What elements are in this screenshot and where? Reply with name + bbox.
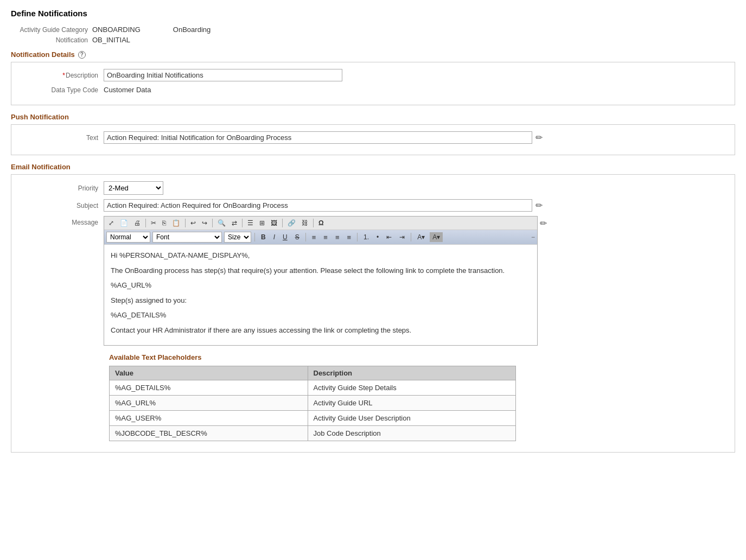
find-btn[interactable]: 🔍 xyxy=(215,218,228,228)
image-btn[interactable]: 🖼 xyxy=(269,218,279,228)
table-row: %AG_USER%Activity Guide User Description xyxy=(110,411,516,426)
notification-details-box: Description Data Type Code Customer Data xyxy=(11,62,735,105)
ordered-list-btn[interactable]: 1. xyxy=(361,232,372,242)
notification-details-help-icon[interactable]: ? xyxy=(78,51,86,59)
placeholder-value: %AG_USER% xyxy=(110,411,308,426)
print-btn[interactable]: 🖨 xyxy=(132,218,143,228)
italic-btn[interactable]: I xyxy=(271,232,278,242)
table-row: %AG_DETAILS%Activity Guide Step Details xyxy=(110,380,516,396)
activity-guide-label: Activity Guide Category xyxy=(16,26,92,34)
placeholder-description: Activity Guide User Description xyxy=(308,411,516,426)
content-line2: The OnBoarding process has step(s) that … xyxy=(111,265,531,276)
undo-btn[interactable]: ↩ xyxy=(188,218,198,228)
toolbar-sep-9 xyxy=(357,233,358,241)
strikethrough-btn[interactable]: S xyxy=(292,232,302,242)
data-type-code-value: Customer Data xyxy=(104,86,151,94)
placeholder-value: %AG_DETAILS% xyxy=(110,380,308,396)
subject-input[interactable] xyxy=(104,199,532,212)
message-row: Message ⤢ 📄 🖨 ✂ ⎘ 📋 ↩ ↪ xyxy=(17,216,729,441)
special-char-btn[interactable]: Ω xyxy=(316,218,326,228)
redo-btn[interactable]: ↪ xyxy=(200,218,209,228)
push-text-label: Text xyxy=(17,134,104,142)
copy-btn[interactable]: ⎘ xyxy=(160,218,168,228)
toolbar-sep-1 xyxy=(145,219,146,227)
notification-details-title: Notification Details xyxy=(11,50,75,59)
align-left-btn[interactable]: ≡ xyxy=(309,232,319,243)
push-notification-box: Text ✏ xyxy=(11,124,735,155)
font-color-btn[interactable]: A▾ xyxy=(415,232,428,242)
subject-wrapper: ✏ xyxy=(104,199,543,212)
push-text-input[interactable] xyxy=(104,131,532,144)
outdent-btn[interactable]: ⇤ xyxy=(384,232,394,242)
replace-btn[interactable]: ⇄ xyxy=(229,218,239,228)
toolbar-sep-7 xyxy=(254,233,255,241)
data-type-code-row: Data Type Code Customer Data xyxy=(17,86,729,94)
unordered-list-btn[interactable]: • xyxy=(374,232,381,242)
push-text-row: Text ✏ xyxy=(17,131,729,144)
description-input[interactable] xyxy=(104,69,342,81)
col-value-header: Value xyxy=(110,366,308,380)
message-right: ⤢ 📄 🖨 ✂ ⎘ 📋 ↩ ↪ 🔍 ⇄ ☰ xyxy=(104,216,547,441)
activity-guide-row: Activity Guide Category ONBOARDING OnBoa… xyxy=(11,26,735,34)
content-line4: Step(s) assigned to you: xyxy=(111,295,531,306)
activity-guide-name: OnBoarding xyxy=(173,26,211,34)
toolbar-sep-6 xyxy=(313,219,314,227)
placeholder-value: %AG_URL% xyxy=(110,396,308,411)
content-line5: %AG_DETAILS% xyxy=(111,310,531,321)
message-editor: ⤢ 📄 🖨 ✂ ⎘ 📋 ↩ ↪ 🔍 ⇄ ☰ xyxy=(104,216,538,346)
paste-btn[interactable]: 📋 xyxy=(170,218,182,228)
content-line1: Hi %PERSONAL_DATA-NAME_DISPLAY%, xyxy=(111,250,531,261)
indent-btn[interactable]: ⇥ xyxy=(397,232,407,242)
push-text-edit-icon[interactable]: ✏ xyxy=(535,132,543,143)
description-label: Description xyxy=(17,72,104,79)
copy-doc-btn[interactable]: 📄 xyxy=(118,218,130,228)
subject-edit-icon[interactable]: ✏ xyxy=(535,200,543,211)
table-btn[interactable]: ⊞ xyxy=(257,218,267,228)
message-edit-icon[interactable]: ✏ xyxy=(540,218,547,228)
list-btn[interactable]: ☰ xyxy=(245,218,256,228)
table-row: %AG_URL%Activity Guide URL xyxy=(110,396,516,411)
unlink-btn[interactable]: ⛓ xyxy=(299,218,310,228)
placeholder-description: Activity Guide Step Details xyxy=(308,380,516,396)
maximize-btn[interactable]: ⤢ xyxy=(106,218,116,228)
editor-toolbar-top: ⤢ 📄 🖨 ✂ ⎘ 📋 ↩ ↪ 🔍 ⇄ ☰ xyxy=(104,217,537,230)
bold-btn[interactable]: B xyxy=(258,232,269,242)
toolbar-sep-3 xyxy=(212,219,213,227)
toolbar-sep-8 xyxy=(305,233,306,241)
description-row: Description xyxy=(17,69,729,81)
notification-row: Notification OB_INITIAL xyxy=(11,36,735,44)
priority-label: Priority xyxy=(17,184,104,192)
style-select[interactable]: Normal Heading 1 Heading 2 xyxy=(106,232,150,243)
cut-btn[interactable]: ✂ xyxy=(149,218,158,228)
content-line6: Contact your HR Administrator if there a… xyxy=(111,325,531,336)
collapse-btn[interactable]: − xyxy=(531,233,535,241)
email-notification-box: Priority 2-Med 1-High 3-Low Subject ✏ Me… xyxy=(11,174,735,453)
priority-row: Priority 2-Med 1-High 3-Low xyxy=(17,181,729,195)
underline-btn[interactable]: U xyxy=(280,232,290,242)
editor-content[interactable]: Hi %PERSONAL_DATA-NAME_DISPLAY%, The OnB… xyxy=(104,245,537,345)
link-btn[interactable]: 🔗 xyxy=(285,218,298,228)
bg-color-btn[interactable]: A▾ xyxy=(430,232,443,242)
placeholder-description: Activity Guide URL xyxy=(308,396,516,411)
content-line3: %AG_URL% xyxy=(111,280,531,291)
message-label: Message xyxy=(17,216,104,226)
placeholders-title: Available Text Placeholders xyxy=(109,353,547,361)
email-notification-title: Email Notification xyxy=(11,163,71,171)
align-justify-btn[interactable]: ≡ xyxy=(344,232,354,243)
editor-toolbar-bottom: Normal Heading 1 Heading 2 Font Arial Ti… xyxy=(104,230,537,245)
notification-label: Notification xyxy=(16,36,92,44)
activity-guide-code: ONBOARDING xyxy=(92,26,141,34)
font-select[interactable]: Font Arial Times New Roman xyxy=(152,232,222,243)
notification-value: OB_INITIAL xyxy=(92,36,130,44)
data-type-code-label: Data Type Code xyxy=(17,86,104,94)
toolbar-sep-10 xyxy=(411,233,411,241)
col-description-header: Description xyxy=(308,366,516,380)
priority-select[interactable]: 2-Med 1-High 3-Low xyxy=(104,181,163,195)
align-right-btn[interactable]: ≡ xyxy=(333,232,342,243)
toolbar-sep-2 xyxy=(185,219,186,227)
activity-guide-value: ONBOARDING OnBoarding xyxy=(92,26,211,34)
align-center-btn[interactable]: ≡ xyxy=(321,232,330,243)
toolbar-sep-4 xyxy=(242,219,243,227)
size-select[interactable]: Size 8 10 12 14 xyxy=(224,232,251,243)
page-title: Define Notifications xyxy=(11,9,735,18)
